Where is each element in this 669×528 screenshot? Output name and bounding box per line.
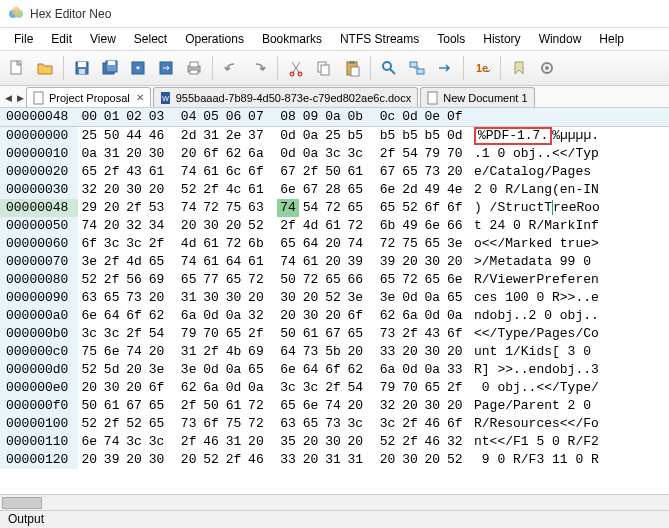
- hex-cell[interactable]: 65: [322, 271, 344, 289]
- hex-cell[interactable]: 74: [123, 343, 145, 361]
- address-cell[interactable]: 00000010: [0, 145, 78, 163]
- ascii-cell[interactable]: <</Type/Pages/Co: [466, 325, 669, 343]
- hex-cell[interactable]: 2d: [399, 181, 421, 199]
- hex-cell[interactable]: 2f: [399, 433, 421, 451]
- hex-cell[interactable]: 66: [344, 271, 366, 289]
- hex-cell[interactable]: 25: [322, 127, 344, 145]
- bookmark-button[interactable]: [506, 55, 532, 81]
- hex-cell[interactable]: 61: [200, 253, 222, 271]
- hex-cell[interactable]: 50: [100, 127, 122, 145]
- hex-cell[interactable]: 61: [299, 253, 321, 271]
- output-panel-label[interactable]: Output: [0, 510, 669, 528]
- hex-cell[interactable]: 3c: [322, 145, 344, 163]
- hex-cell[interactable]: 73: [123, 289, 145, 307]
- ascii-cell[interactable]: nt<</F1 5 0 R/F2: [466, 433, 669, 451]
- hex-cell[interactable]: 6f: [123, 307, 145, 325]
- find-button[interactable]: [376, 55, 402, 81]
- hex-cell[interactable]: 2f: [100, 163, 122, 181]
- hex-cell[interactable]: 65: [376, 271, 398, 289]
- hex-cell[interactable]: 74: [322, 397, 344, 415]
- ascii-cell[interactable]: 0 obj..<</Type/: [466, 379, 669, 397]
- menu-select[interactable]: Select: [126, 30, 175, 48]
- hex-cell[interactable]: 72: [376, 235, 398, 253]
- hex-cell[interactable]: 31: [322, 451, 344, 469]
- address-cell[interactable]: 00000048: [0, 199, 78, 217]
- hex-cell[interactable]: 65: [444, 289, 466, 307]
- hex-cell[interactable]: 20: [177, 145, 199, 163]
- hex-cell[interactable]: 31: [177, 343, 199, 361]
- hex-cell[interactable]: 0d: [421, 307, 443, 325]
- hex-cell[interactable]: 50: [322, 163, 344, 181]
- hex-cell[interactable]: 50: [200, 397, 222, 415]
- hex-cell[interactable]: 3e: [344, 289, 366, 307]
- hex-cell[interactable]: 77: [200, 271, 222, 289]
- hex-cell[interactable]: 46: [200, 433, 222, 451]
- tab-docx[interactable]: W 955baaad-7b89-4d50-873e-c79ed802ae6c.d…: [153, 87, 418, 107]
- hex-cell[interactable]: 32: [78, 181, 100, 199]
- address-cell[interactable]: 000000e0: [0, 379, 78, 397]
- hex-cell[interactable]: 30: [399, 451, 421, 469]
- ascii-cell[interactable]: R] >>..endobj..3: [466, 361, 669, 379]
- hex-cell[interactable]: 3c: [123, 235, 145, 253]
- address-cell[interactable]: 00000050: [0, 217, 78, 235]
- hex-cell[interactable]: 20: [222, 217, 244, 235]
- hex-cell[interactable]: 05: [200, 108, 222, 126]
- hex-cell[interactable]: 62: [177, 379, 199, 397]
- hex-cell[interactable]: 20: [78, 379, 100, 397]
- address-cell[interactable]: 000000f0: [0, 397, 78, 415]
- copy-button[interactable]: [311, 55, 337, 81]
- hex-cell[interactable]: 50: [277, 271, 299, 289]
- hex-cell[interactable]: 2f: [322, 379, 344, 397]
- hex-cell[interactable]: 30: [100, 379, 122, 397]
- hex-cell[interactable]: 3e: [78, 253, 100, 271]
- hex-cell[interactable]: 65: [145, 397, 167, 415]
- hex-cell[interactable]: 6e: [421, 217, 443, 235]
- hex-cell[interactable]: 61: [322, 217, 344, 235]
- ascii-cell[interactable]: .1 0 obj..<</Typ: [466, 145, 669, 163]
- hex-cell[interactable]: 6f: [145, 379, 167, 397]
- hex-cell[interactable]: 20: [100, 199, 122, 217]
- hex-cell[interactable]: 62: [145, 307, 167, 325]
- hex-cell[interactable]: 69: [245, 343, 267, 361]
- hex-cell[interactable]: 0a: [299, 145, 321, 163]
- hex-cell[interactable]: 20: [145, 289, 167, 307]
- hex-cell[interactable]: 3c: [277, 379, 299, 397]
- hex-cell[interactable]: 0e: [421, 108, 443, 126]
- hex-cell[interactable]: 74: [344, 235, 366, 253]
- hex-cell[interactable]: 20: [399, 397, 421, 415]
- hex-cell[interactable]: 20: [421, 451, 443, 469]
- hex-cell[interactable]: 0d: [222, 379, 244, 397]
- hex-cell[interactable]: 33: [277, 451, 299, 469]
- menu-file[interactable]: File: [6, 30, 41, 48]
- hex-cell[interactable]: 65: [145, 253, 167, 271]
- hex-cell[interactable]: 72: [245, 397, 267, 415]
- hex-cell[interactable]: 31: [100, 145, 122, 163]
- hex-cell[interactable]: 46: [245, 451, 267, 469]
- hex-cell[interactable]: 74: [177, 199, 199, 217]
- hex-cell[interactable]: 46: [421, 415, 443, 433]
- hex-cell[interactable]: 0d: [200, 361, 222, 379]
- hex-cell[interactable]: 67: [277, 163, 299, 181]
- hex-cell[interactable]: 52: [123, 415, 145, 433]
- hex-cell[interactable]: 37: [245, 127, 267, 145]
- hex-cell[interactable]: 6f: [200, 415, 222, 433]
- hex-cell[interactable]: 73: [376, 325, 398, 343]
- hex-cell[interactable]: 20: [322, 253, 344, 271]
- hex-cell[interactable]: 6a: [245, 145, 267, 163]
- hex-cell[interactable]: 61: [299, 325, 321, 343]
- redo-button[interactable]: [246, 55, 272, 81]
- menu-view[interactable]: View: [82, 30, 124, 48]
- hex-cell[interactable]: 65: [344, 199, 366, 217]
- hex-cell[interactable]: 20: [123, 145, 145, 163]
- hex-cell[interactable]: 6f: [245, 163, 267, 181]
- hex-cell[interactable]: 2f: [376, 145, 398, 163]
- hex-cell[interactable]: 32: [123, 217, 145, 235]
- hex-cell[interactable]: 2e: [222, 127, 244, 145]
- hex-cell[interactable]: 2f: [222, 451, 244, 469]
- hex-cell[interactable]: 63: [78, 289, 100, 307]
- address-cell[interactable]: 00000060: [0, 235, 78, 253]
- hex-cell[interactable]: 75: [222, 199, 244, 217]
- hex-cell[interactable]: 3e: [376, 289, 398, 307]
- save-all-button[interactable]: [97, 55, 123, 81]
- hex-cell[interactable]: 72: [299, 271, 321, 289]
